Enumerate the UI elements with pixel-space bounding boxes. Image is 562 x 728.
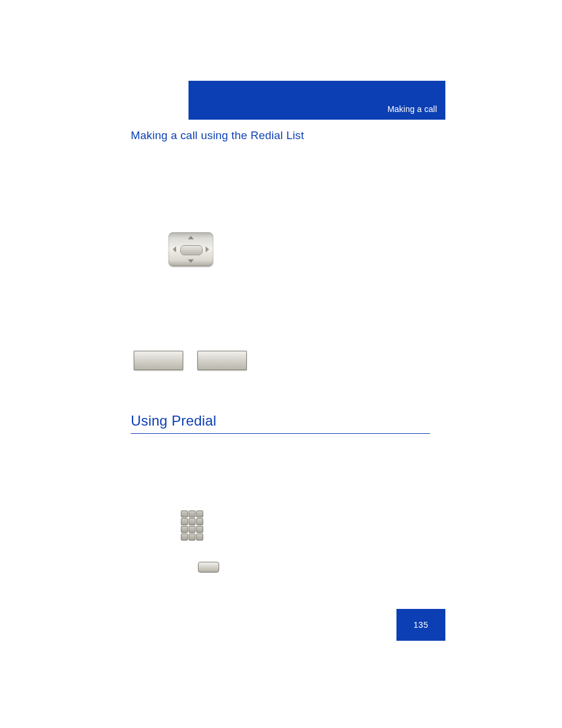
header-bar: Making a call [189,81,445,120]
small-softkey-illustration [198,562,219,572]
dialpad-key [181,518,188,525]
subheading-redial-list: Making a call using the Redial List [131,129,304,142]
dialpad-key [196,533,203,541]
dialpad-key [181,526,188,533]
dialpad-key [189,518,196,525]
softkey-icon [198,562,219,572]
softkey-row [134,351,247,370]
softkey-icon [134,351,183,370]
nav-down-icon [188,259,194,263]
dialpad-key [189,526,196,533]
dialpad-icon [181,510,202,539]
running-header: Making a call [388,104,437,114]
dialpad-key [181,533,188,541]
nav-left-icon [173,246,176,252]
navigation-keypad-icon [168,232,213,266]
dialpad-key [196,526,203,533]
dialpad-key [189,510,196,518]
nav-up-icon [188,236,194,239]
dialpad-key [196,518,203,525]
page-number-text: 135 [414,620,428,630]
softkey-icon [197,351,247,370]
page-number: 135 [396,609,445,641]
section-heading-using-predial: Using Predial [131,413,216,429]
section-rule [131,433,430,434]
document-page: Making a call Making a call using the Re… [0,0,562,728]
dialpad-key [189,533,196,541]
dialpad-illustration [181,510,202,539]
dialpad-key [181,510,188,518]
nav-enter-icon [180,245,203,255]
dialpad-key [196,510,203,518]
nav-right-icon [206,246,209,252]
nav-pad-illustration [168,232,213,266]
